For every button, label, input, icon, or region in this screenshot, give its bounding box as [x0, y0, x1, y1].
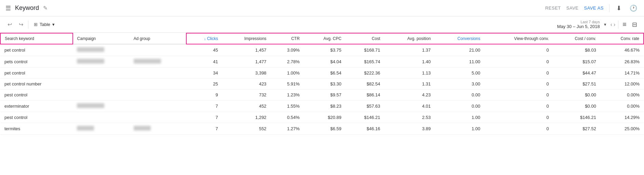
cell-ctr: 1.27% [270, 123, 304, 135]
date-label: Last 7 days [580, 20, 600, 24]
col-header-campaign[interactable]: Campaign [73, 33, 130, 44]
table-row: termites75521.27%$6.59$46.163.891.000$27… [0, 123, 644, 135]
top-bar: ☰ Keyword ✎ RESET SAVE SAVE AS ⬇ 🕐 [0, 0, 644, 16]
cell-view-through: 0 [484, 56, 553, 68]
table-row: pest control71,2920.54%$20.89$146.212.53… [0, 112, 644, 123]
cell-cost: $46.16 [346, 123, 384, 135]
download-button[interactable]: ⬇ [615, 3, 623, 13]
cell-avg-position: 1.40 [384, 56, 435, 68]
cell-campaign [73, 100, 130, 112]
cell-cost-conv: $15.07 [553, 56, 600, 68]
table-row: pest control97321.23%$9.57$86.144.230.00… [0, 90, 644, 100]
save-as-button[interactable]: SAVE AS [584, 5, 604, 11]
grid-view-button[interactable]: ⊟ [631, 19, 639, 30]
table-row: pets control411,4772.78%$4.04$165.741.40… [0, 56, 644, 68]
col-header-avg-position[interactable]: Avg. position [384, 33, 435, 44]
col-header-avg-cpc[interactable]: Avg. CPC [304, 33, 346, 44]
col-header-conv-rate[interactable]: Conv. rate [600, 33, 644, 44]
cell-avg-position: 2.53 [384, 112, 435, 123]
cell-clicks: 7 [186, 112, 222, 123]
col-header-impressions[interactable]: Impressions [222, 33, 271, 44]
chevron-down-icon: ▾ [52, 22, 55, 27]
cell-cost-conv: $27.51 [553, 79, 600, 90]
cell-clicks: 34 [186, 68, 222, 79]
col-header-cost[interactable]: Cost [346, 33, 384, 44]
cell-cost-conv: $146.21 [553, 112, 600, 123]
cell-impressions: 1,292 [222, 112, 271, 123]
cell-avg-cpc: $20.89 [304, 112, 346, 123]
save-button[interactable]: SAVE [566, 5, 579, 11]
table-header-row: Search keyword Campaign Ad group ↓ Click… [0, 33, 644, 44]
cell-conversions: 3.00 [435, 79, 484, 90]
cell-cost-conv: $8.03 [553, 44, 600, 56]
cell-ctr: 3.09% [270, 44, 304, 56]
history-button[interactable]: 🕐 [628, 3, 639, 13]
cell-conversions: 5.00 [435, 68, 484, 79]
cell-campaign [73, 68, 130, 79]
date-dropdown-button[interactable]: ▾ [603, 21, 608, 28]
cell-avg-cpc: $6.54 [304, 68, 346, 79]
col-header-search-keyword[interactable]: Search keyword [0, 33, 73, 44]
cell-search-keyword: pets control [0, 56, 73, 68]
undo-button[interactable]: ↩ [5, 20, 14, 29]
cell-ctr: 2.78% [270, 56, 304, 68]
cell-ad-group [130, 100, 186, 112]
cell-campaign [73, 123, 130, 135]
cell-conversions: 1.00 [435, 123, 484, 135]
cell-search-keyword: pet control [0, 68, 73, 79]
cell-cost: $86.14 [346, 90, 384, 100]
cell-impressions: 452 [222, 100, 271, 112]
cell-conv-rate: 12.00% [600, 79, 644, 90]
cell-ad-group [130, 123, 186, 135]
col-header-view-through[interactable]: View-through conv. [484, 33, 553, 44]
hamburger-icon[interactable]: ☰ [5, 4, 11, 12]
redo-button[interactable]: ↪ [17, 20, 25, 29]
edit-icon[interactable]: ✎ [43, 5, 48, 11]
table-toggle-button[interactable]: ⊞ Table ▾ [31, 21, 57, 28]
cell-view-through: 0 [484, 100, 553, 112]
cell-conv-rate: 26.83% [600, 56, 644, 68]
cell-search-keyword: termites [0, 123, 73, 135]
col-header-clicks[interactable]: ↓ Clicks [186, 33, 222, 44]
cell-impressions: 3,398 [222, 68, 271, 79]
cell-conv-rate: 46.67% [600, 44, 644, 56]
cell-impressions: 423 [222, 79, 271, 90]
cell-impressions: 1,457 [222, 44, 271, 56]
table-row: pet control number254235.91%$3.30$82.541… [0, 79, 644, 90]
cell-view-through: 0 [484, 79, 553, 90]
cell-ad-group [130, 68, 186, 79]
cell-avg-position: 1.37 [384, 44, 435, 56]
table-container: Search keyword Campaign Ad group ↓ Click… [0, 33, 644, 135]
divider [609, 4, 609, 12]
cell-avg-position: 1.13 [384, 68, 435, 79]
cell-conv-rate: 0.00% [600, 90, 644, 100]
table-row: exterminator74521.55%$8.23$57.634.010.00… [0, 100, 644, 112]
col-header-ad-group[interactable]: Ad group [130, 33, 186, 44]
next-date-button[interactable]: › [614, 22, 615, 28]
cell-view-through: 0 [484, 90, 553, 100]
cell-cost: $168.71 [346, 44, 384, 56]
col-header-ctr[interactable]: CTR [270, 33, 304, 44]
prev-date-button[interactable]: ‹ [611, 22, 612, 28]
divider3 [618, 21, 618, 29]
cell-cost: $57.63 [346, 100, 384, 112]
cell-avg-position: 4.01 [384, 100, 435, 112]
page-title: Keyword [15, 4, 39, 12]
cell-clicks: 45 [186, 44, 222, 56]
cell-search-keyword: pest control [0, 90, 73, 100]
reset-button[interactable]: RESET [545, 5, 561, 11]
cell-impressions: 1,477 [222, 56, 271, 68]
cell-avg-cpc: $8.23 [304, 100, 346, 112]
top-bar-right: RESET SAVE SAVE AS ⬇ 🕐 [545, 3, 639, 13]
col-header-cost-conv[interactable]: Cost / conv. [553, 33, 600, 44]
toolbar: ↩ ↪ ⊞ Table ▾ Last 7 days May 30 – Jun 5… [0, 16, 644, 33]
table-row: pet control343,3981.00%$6.54$222.361.135… [0, 68, 644, 79]
cell-conversions: 0.00 [435, 100, 484, 112]
cell-ctr: 1.55% [270, 100, 304, 112]
col-header-conversions[interactable]: Conversions [435, 33, 484, 44]
cell-campaign [73, 44, 130, 56]
cell-avg-position: 4.23 [384, 90, 435, 100]
cell-avg-cpc: $6.59 [304, 123, 346, 135]
cell-cost-conv: $27.52 [553, 123, 600, 135]
filter-button[interactable]: ≡ [621, 19, 628, 30]
